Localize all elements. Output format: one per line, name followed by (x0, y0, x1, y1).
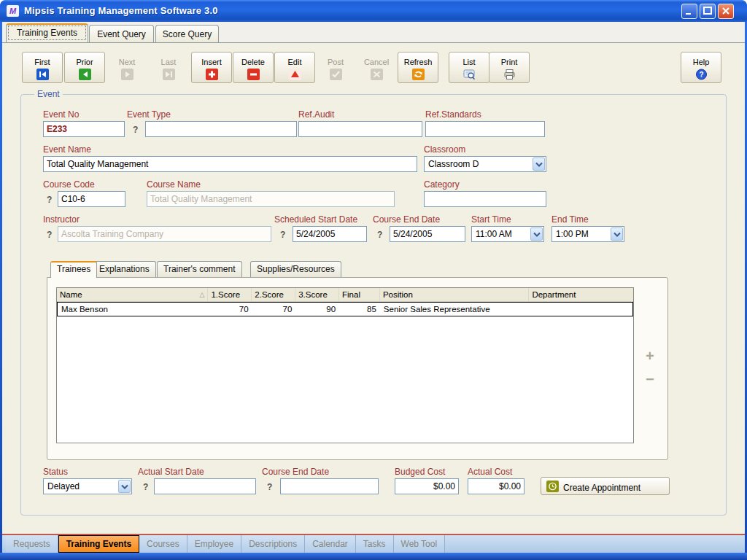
svg-text:?: ? (699, 71, 703, 79)
column-header-name[interactable]: Name △ (57, 288, 208, 301)
print-icon (503, 69, 516, 80)
list-button[interactable]: List (449, 52, 489, 83)
trainees-table: Name △ 1.Score 2.Score 3.Score Final Pos… (56, 287, 634, 443)
tab-event-query[interactable]: Event Query (89, 25, 154, 42)
post-button[interactable]: Post (315, 52, 356, 83)
column-header-final[interactable]: Final (339, 288, 380, 301)
last-button[interactable]: Last (148, 52, 189, 83)
column-header-department[interactable]: Department (529, 288, 633, 301)
refresh-button[interactable]: Refresh (398, 52, 438, 83)
nav-item-requests[interactable]: Requests (6, 535, 58, 553)
end-time-value: 1:00 PM (556, 229, 589, 239)
help-button[interactable]: Help ? (681, 52, 721, 83)
column-header-position[interactable]: Position (380, 288, 529, 301)
next-button[interactable]: Next (107, 52, 147, 83)
scheduled-start-date-field[interactable] (293, 226, 367, 242)
chevron-down-icon[interactable] (118, 480, 131, 493)
nav-item-calendar[interactable]: Calendar (305, 535, 356, 553)
column-header-score3[interactable]: 3.Score (295, 288, 339, 301)
maximize-icon (700, 7, 715, 15)
insert-button[interactable]: Insert (191, 52, 232, 83)
actual-cost-field[interactable] (468, 478, 525, 494)
nav-item-tasks[interactable]: Tasks (356, 535, 394, 553)
edit-button[interactable]: Edit (274, 52, 315, 83)
classroom-select[interactable]: Classroom D (424, 156, 546, 172)
nav-item-employee[interactable]: Employee (187, 535, 241, 553)
help-icon: ? (695, 69, 708, 80)
instructor-field (58, 226, 271, 242)
course-code-lookup-button[interactable]: ? (47, 195, 52, 205)
course-name-field (147, 191, 395, 207)
budged-cost-field[interactable] (395, 478, 459, 494)
print-button[interactable]: Print (489, 52, 530, 83)
remove-row-button[interactable]: − (646, 371, 654, 388)
event-name-field[interactable] (43, 156, 417, 172)
first-button[interactable]: First (22, 52, 63, 83)
close-button[interactable] (718, 4, 734, 19)
actual-start-date-picker-button[interactable]: ? (143, 482, 148, 492)
plus-icon: + (646, 348, 654, 364)
event-type-field[interactable] (145, 121, 297, 137)
actual-start-date-field[interactable] (154, 478, 256, 494)
column-header-score2[interactable]: 2.Score (252, 288, 295, 301)
event-type-label: Event Type (127, 109, 171, 120)
course-code-field[interactable] (58, 191, 125, 207)
tab-trainers-comment[interactable]: Trainer's comment (157, 261, 242, 277)
tab-explanations[interactable]: Explanations (93, 261, 156, 277)
post-icon (330, 69, 342, 80)
chevron-down-icon[interactable] (611, 228, 623, 241)
nav-item-training-events[interactable]: Training Events (58, 535, 139, 553)
app-icon: M (7, 5, 19, 17)
category-field[interactable] (424, 191, 546, 207)
print-button-label: Print (501, 58, 518, 66)
instructor-lookup-button[interactable]: ? (47, 230, 52, 240)
cell-name: Max Benson (58, 303, 209, 316)
event-type-lookup-button[interactable]: ? (133, 125, 138, 135)
ref-standards-field[interactable] (425, 121, 545, 137)
table-row[interactable]: Max Benson 70 70 90 85 Senior Sales Repr… (57, 302, 633, 316)
course-end-date-field[interactable] (390, 226, 465, 242)
instructor-label: Instructor (43, 214, 80, 225)
prior-button[interactable]: Prior (64, 52, 105, 83)
scheduled-start-date-picker-button[interactable]: ? (280, 230, 285, 240)
status-select[interactable]: Delayed (43, 478, 132, 494)
actual-start-date-label: Actual Start Date (138, 467, 204, 477)
cell-position: Senior Sales Representative (380, 303, 529, 316)
minimize-button[interactable] (681, 4, 697, 19)
category-label: Category (424, 179, 460, 190)
classroom-label: Classroom (424, 144, 465, 155)
tab-training-events[interactable]: Training Events (6, 23, 88, 42)
title-bar: M Mipsis Training Management Software 3.… (0, 0, 747, 22)
add-row-button[interactable]: + (646, 348, 654, 365)
delete-button-label: Delete (241, 58, 265, 66)
ref-audit-field[interactable] (298, 121, 422, 137)
tab-score-query[interactable]: Score Query (155, 25, 219, 42)
end-time-select[interactable]: 1:00 PM (551, 226, 624, 242)
help-button-label: Help (693, 58, 710, 66)
column-header-name-label: Name (60, 290, 82, 299)
refresh-icon (412, 69, 425, 80)
tab-trainees[interactable]: Trainees (50, 261, 97, 278)
create-appointment-button[interactable]: Create Appointment (541, 477, 670, 495)
minus-icon: − (646, 371, 654, 387)
last-button-label: Last (161, 58, 177, 66)
cancel-button[interactable]: Cancel (356, 52, 397, 83)
course-end-date-picker-button[interactable]: ? (377, 230, 382, 240)
refresh-button-label: Refresh (404, 58, 433, 66)
tab-supplies-resources[interactable]: Supplies/Resources (250, 261, 341, 277)
insert-button-label: Insert (201, 58, 222, 66)
footer-course-end-date-field[interactable] (280, 478, 379, 494)
maximize-button[interactable] (700, 4, 716, 19)
chevron-down-icon[interactable] (533, 158, 545, 171)
nav-item-descriptions[interactable]: Descriptions (241, 535, 305, 553)
column-header-score1[interactable]: 1.Score (208, 288, 252, 301)
window-bottom-frame (0, 553, 747, 560)
footer-course-end-date-picker-button[interactable]: ? (267, 482, 272, 492)
first-button-label: First (34, 58, 50, 66)
delete-button[interactable]: Delete (233, 52, 274, 83)
chevron-down-icon[interactable] (530, 228, 543, 241)
nav-item-courses[interactable]: Courses (139, 535, 187, 553)
nav-item-web-tool[interactable]: Web Tool (394, 535, 446, 553)
event-no-field[interactable] (43, 121, 125, 137)
start-time-select[interactable]: 11:00 AM (471, 226, 544, 242)
